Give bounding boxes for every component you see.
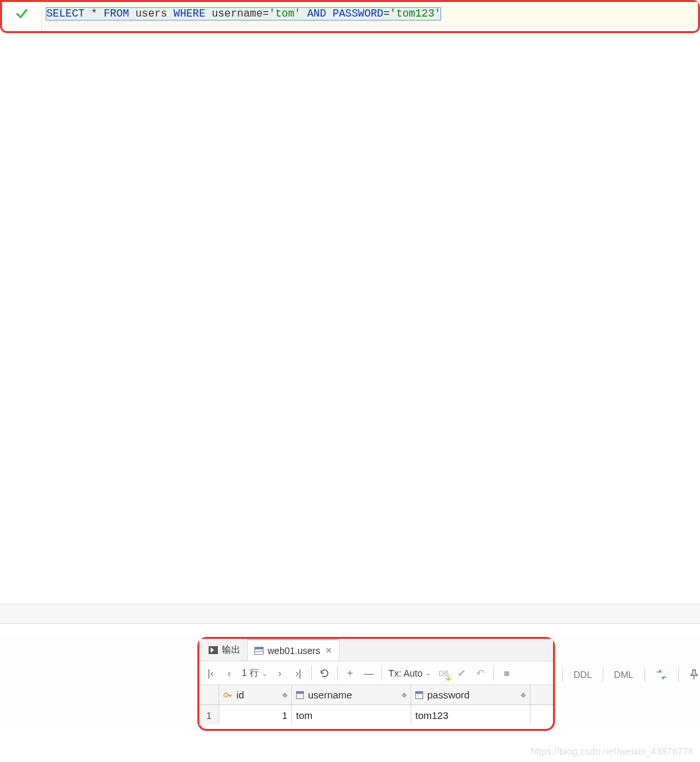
sql-string: 'tom123' [390,8,441,20]
revert-button[interactable]: ↶ [472,665,489,682]
row-count-label[interactable]: 1 行 ⌄ [239,667,270,679]
ddl-button[interactable]: DDL [568,666,597,683]
cell-password[interactable]: tom123 [411,705,530,725]
column-header-id[interactable]: id ◆ [219,685,292,704]
pin-icon [689,669,699,680]
key-icon [223,691,232,700]
tab-output[interactable]: 输出 [202,639,247,661]
dml-button[interactable]: DML [609,666,639,683]
refresh-button[interactable] [316,665,333,682]
close-icon[interactable]: ✕ [325,645,332,655]
svg-point-0 [224,693,228,697]
grid-header: id ◆ username ◆ password ◆ [199,685,553,705]
sql-editor-line[interactable]: SELECT * FROM users WHERE username='tom'… [42,2,698,26]
rownum-header[interactable] [199,685,219,704]
panel-separator[interactable] [0,604,700,624]
results-grid: id ◆ username ◆ password ◆ 1 1 tom tom12… [199,685,553,725]
next-page-button[interactable]: › [272,665,289,682]
sql-text: = [262,8,269,20]
commit-db-button[interactable]: DB [435,665,452,682]
sql-keyword: PASSWORD [332,8,383,20]
column-icon [296,691,304,699]
sql-keyword: SELECT [46,8,85,20]
table-icon [254,647,264,655]
output-icon [209,646,218,654]
sql-keyword: WHERE [174,8,205,20]
table-row[interactable]: 1 1 tom tom123 [199,705,553,725]
refresh-icon [319,668,330,679]
column-name: password [427,689,470,700]
right-tool-group: DDL DML [560,663,700,687]
sql-keyword: FROM [103,8,128,20]
sql-text: username [205,8,262,20]
remove-row-button[interactable]: — [360,665,377,682]
toolbar-separator [337,666,338,681]
checkmark-icon [15,7,28,21]
sort-icon: ◆ [521,691,526,699]
compare-icon [656,669,668,680]
last-page-button[interactable]: ›| [290,665,307,682]
stop-button[interactable]: ■ [498,665,515,682]
sql-editor-frame: SELECT * FROM users WHERE username='tom'… [0,0,700,33]
first-page-button[interactable]: |‹ [202,665,219,682]
pin-button[interactable] [684,666,700,683]
submit-button[interactable]: ✔ [454,665,471,682]
column-name: username [308,689,352,700]
column-header-password[interactable]: password ◆ [411,685,530,704]
tx-mode-dropdown[interactable]: Tx: Auto ⌄ [386,668,434,679]
watermark-text: https://blog.csdn.net/weixin_43876778 [530,746,693,757]
tab-result[interactable]: web01.users ✕ [247,639,340,661]
sql-text [301,8,307,20]
sql-text: * [85,8,104,20]
compare-button[interactable] [650,666,673,683]
cell-id[interactable]: 1 [219,705,292,725]
toolbar-separator [603,667,603,682]
sort-icon: ◆ [282,691,287,699]
column-name: id [236,689,244,700]
sql-text: users [129,8,174,20]
toolbar-separator [644,667,645,682]
tab-output-label: 输出 [222,644,240,656]
prev-page-button[interactable]: ‹ [221,665,238,682]
cell-username[interactable]: tom [292,705,411,725]
column-header-username[interactable]: username ◆ [292,685,411,704]
toolbar-separator [311,666,312,681]
results-toolbar: |‹ ‹ 1 行 ⌄ › ›| ＋ — Tx: Auto ⌄ DB ✔ ↶ ■ [199,661,553,685]
sql-string: 'tom' [269,8,301,20]
toolbar-separator [678,667,679,682]
row-number: 1 [199,705,219,725]
results-tabs: 输出 web01.users ✕ [199,639,553,661]
toolbar-separator [562,667,563,682]
chevron-down-icon: ⌄ [425,669,431,677]
editor-empty-area[interactable] [0,34,700,603]
toolbar-separator [493,666,494,681]
sql-keyword: AND [307,8,326,20]
sql-text: = [383,8,390,20]
editor-gutter [2,2,42,31]
column-icon [415,691,423,699]
tab-result-label: web01.users [268,645,320,656]
results-panel-frame: 输出 web01.users ✕ |‹ ‹ 1 行 ⌄ › ›| ＋ — Tx:… [197,637,555,731]
toolbar-separator [381,666,382,681]
sort-icon: ◆ [401,691,407,699]
add-row-button[interactable]: ＋ [342,665,359,682]
sql-text [326,8,333,20]
